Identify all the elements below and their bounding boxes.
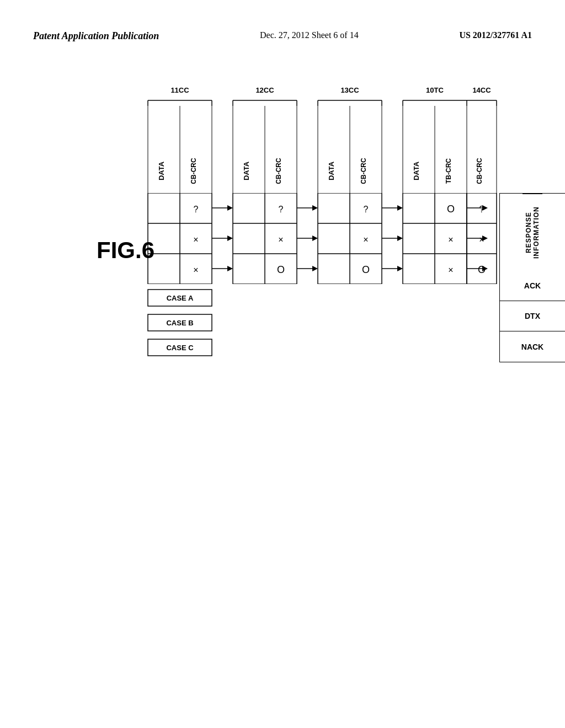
svg-rect-28: [143, 284, 519, 372]
date-sheet-label: Dec. 27, 2012 Sheet 6 of 14: [260, 30, 359, 40]
14cc-label-fixed: 14CC: [472, 86, 491, 94]
casea-bottom: CASE A: [167, 294, 194, 302]
data-11cc-redo: DATA: [157, 161, 166, 180]
arrow-12cc-a-head: [312, 205, 318, 211]
arrow-13cc-a-head: [397, 205, 403, 211]
arrow-13cc-c-head: [397, 266, 403, 271]
patent-number-label: US 2012/327761 A1: [459, 30, 532, 40]
caseb-bottom: CASE B: [166, 319, 193, 327]
arrow-13cc-b-head: [397, 235, 403, 241]
publication-label: Patent Application Publication: [33, 30, 159, 42]
arrow-10tc-b-head: [482, 235, 488, 241]
response-nack: NACK: [500, 331, 565, 362]
casea-11cc-crc: ?: [194, 205, 199, 214]
page-header: Patent Application Publication Dec. 27, …: [0, 30, 565, 42]
arrow-12cc-c-head: [312, 266, 318, 271]
response-info-header: RESPONSE INFORMATION: [523, 194, 542, 271]
arrow-11cc-c-head: [227, 266, 233, 271]
cbcrc-13cc-redo: CB-CRC: [360, 158, 367, 184]
caseb-11cc-crc: ×: [193, 235, 198, 244]
arrow-11cc-a-head: [227, 205, 233, 211]
casec-bottom: CASE C: [166, 344, 194, 352]
12cc-label-fixed: 12CC: [255, 86, 274, 94]
10tc-label-fixed: 10TC: [426, 86, 444, 94]
cbcrc-14cc-redo: CB-CRC: [476, 158, 483, 184]
response-table: RESPONSE INFORMATION ACK DTX NACK: [499, 193, 565, 362]
casea-13cc-crc: ?: [364, 205, 369, 214]
response-dtx: DTX: [500, 301, 565, 331]
response-ack: ACK: [500, 271, 565, 301]
11cc-label-fixed: 11CC: [170, 86, 189, 94]
data-10tc-redo: DATA: [412, 161, 420, 180]
casec-11cc-crc: ×: [193, 265, 198, 275]
casec-10tc-crc: ×: [448, 265, 453, 275]
caseb-12cc-crc: ×: [278, 235, 283, 244]
data-12cc-redo: DATA: [242, 161, 250, 180]
arrow-12cc-b-head: [312, 235, 318, 241]
cbcrc-11cc-redo: CB-CRC: [190, 158, 198, 184]
caseb-10tc-crc: ×: [448, 235, 453, 244]
arrow-11cc-b-head: [227, 235, 233, 241]
caseb-13cc-crc: ×: [363, 235, 368, 244]
tbcrc-10tc-redo: TB-CRC: [445, 158, 452, 184]
casea-10tc-crc: O: [447, 204, 455, 215]
data-13cc-redo: DATA: [327, 161, 335, 180]
casea-12cc-crc: ?: [279, 205, 284, 214]
casec-13cc-crc: O: [362, 264, 370, 275]
cbcrc-12cc-redo: CB-CRC: [275, 158, 282, 184]
casec-12cc-crc: O: [277, 264, 285, 275]
13cc-label-fixed: 13CC: [340, 86, 359, 94]
label-clear-rect: [143, 83, 519, 108]
arrow-10tc-a-head: [482, 205, 488, 211]
diagram-container: 11CC } 12CC } 13CC } 10TC } 14CC } DATA …: [143, 83, 519, 662]
